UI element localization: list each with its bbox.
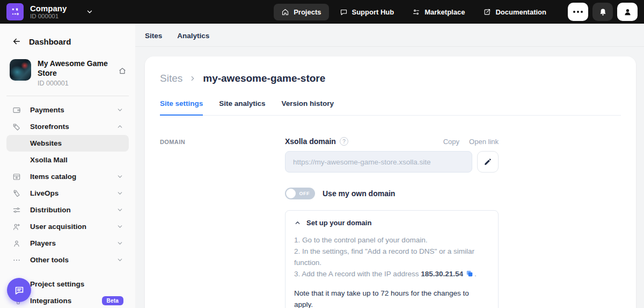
setup-domain-panel: Set up your domain 1. Go to the control … (285, 210, 499, 308)
project-name: My Awesome Game Store (38, 59, 112, 78)
breadcrumb: Sites my-awesome-game-store (160, 73, 621, 84)
chevron-down-icon (116, 173, 123, 180)
company-id: ID 000001 (30, 13, 67, 19)
copy-ip-icon[interactable] (466, 270, 473, 277)
nav-documentation[interactable]: Documentation (475, 4, 554, 20)
company-name: Company (30, 4, 67, 13)
sidebar-item-payments[interactable]: Payments (6, 102, 129, 118)
project-header[interactable]: My Awesome Game Store ID 000001 (0, 52, 135, 89)
tab-sites[interactable]: Sites (145, 32, 162, 40)
chat-icon (13, 284, 25, 296)
setup-step-2: 2. In the settings, find "Add a record t… (294, 246, 489, 269)
chevron-down-icon (116, 106, 123, 113)
nav-support-hub[interactable]: Support Hub (332, 4, 402, 20)
tab-site-analytics[interactable]: Site analytics (219, 99, 265, 116)
arrow-left-icon (12, 37, 21, 46)
back-to-dashboard[interactable]: Dashboard (0, 29, 135, 52)
chevron-up-icon (116, 123, 123, 130)
site-settings-card: Sites my-awesome-game-store Site setting… (145, 56, 636, 308)
support-chat-fab[interactable] (7, 278, 31, 302)
sidebar: Dashboard My Awesome Game Store ID 00000… (0, 24, 135, 308)
sidebar-item-xsolla-mall[interactable]: Xsolla Mall (6, 152, 129, 168)
breadcrumb-sites-link[interactable]: Sites (160, 73, 182, 84)
main-content: Sites Analytics Sites my-awesome-game-st… (135, 24, 644, 308)
sliders-icon (412, 8, 420, 16)
tab-site-settings[interactable]: Site settings (160, 99, 203, 116)
sidebar-item-storefronts[interactable]: Storefronts (6, 118, 129, 135)
chat-bubble-icon (340, 8, 348, 16)
notifications-button[interactable] (592, 3, 613, 21)
section-label-domain: DOMAIN (160, 137, 285, 308)
setup-note: Note that it may take up to 72 hours for… (294, 288, 489, 308)
user-plus-icon (12, 223, 21, 231)
card-tabs: Site settings Site analytics Version his… (160, 99, 621, 116)
wallet-icon (12, 106, 21, 114)
sidebar-item-other-tools[interactable]: Other tools (6, 252, 129, 268)
user-icon (12, 239, 21, 248)
tab-version-history[interactable]: Version history (282, 99, 334, 116)
toggle-state-label: OFF (299, 191, 310, 196)
topbar-nav: Projects Support Hub Marketplace Documen… (274, 4, 554, 20)
ip-address: 185.30.21.54 (421, 270, 463, 278)
nav-marketplace[interactable]: Marketplace (405, 4, 472, 20)
chevron-down-icon[interactable] (86, 8, 93, 16)
setup-step-3: 3. Add the A record with the IP address … (294, 269, 489, 280)
sidebar-item-distribution[interactable]: Distribution (6, 202, 129, 218)
sliders-icon (12, 206, 21, 214)
sidebar-item-websites[interactable]: Websites (6, 135, 129, 152)
setup-panel-title: Set up your domain (306, 219, 371, 227)
tag-icon (12, 189, 21, 198)
account-button[interactable] (617, 3, 638, 21)
open-link-button[interactable]: Open link (469, 138, 499, 146)
person-icon (623, 8, 632, 17)
sidebar-item-items-catalog[interactable]: Items catalog (6, 168, 129, 185)
pencil-icon (484, 157, 492, 166)
sidebar-nav: Payments Storefronts Websites Xsolla Mal… (0, 102, 135, 308)
sidebar-item-players[interactable]: Players (6, 235, 129, 252)
bell-icon (598, 8, 608, 17)
xsolla-domain-label: Xsolla domain (285, 137, 336, 146)
home-icon[interactable] (118, 67, 127, 75)
chevron-down-icon (116, 223, 123, 230)
topbar: Company ID 000001 Projects Support Hub M… (0, 0, 644, 24)
help-icon[interactable]: ? (340, 137, 348, 146)
tag-icon (12, 123, 21, 131)
back-label: Dashboard (29, 37, 71, 46)
project-id: ID 000001 (38, 80, 127, 87)
chevron-right-icon (189, 75, 196, 82)
sidebar-item-liveops[interactable]: LiveOps (6, 185, 129, 202)
topbar-actions (568, 3, 638, 21)
beta-badge: Beta (102, 296, 123, 305)
chevron-down-icon (116, 240, 123, 247)
own-domain-label: Use my own domain (323, 189, 395, 198)
home-icon (281, 8, 289, 16)
chevron-down-icon (116, 256, 123, 263)
sidebar-item-user-acquisition[interactable]: User acquisition (6, 218, 129, 235)
chevron-down-icon (116, 206, 123, 213)
setup-step-1: 1. Go to the control panel of your domai… (294, 235, 489, 246)
own-domain-toggle-row: OFF Use my own domain (285, 188, 499, 199)
company-switcher[interactable]: Company ID 000001 (6, 3, 93, 20)
sidebar-group-gap (6, 268, 129, 276)
chevron-up-icon (294, 219, 301, 226)
project-avatar (10, 59, 31, 81)
nav-projects[interactable]: Projects (274, 4, 328, 20)
ellipsis-icon (12, 256, 21, 264)
tab-analytics[interactable]: Analytics (177, 32, 209, 40)
external-link-icon (483, 8, 491, 16)
own-domain-toggle[interactable]: OFF (285, 188, 315, 199)
sidebar-divider (6, 96, 129, 96)
page-title: my-awesome-game-store (203, 73, 325, 84)
domain-section: DOMAIN Xsolla domain ? Copy Open link (160, 137, 621, 308)
more-options-button[interactable] (568, 3, 588, 21)
xsolla-logo-icon (6, 3, 24, 20)
main-tabs: Sites Analytics (135, 24, 644, 47)
xsolla-domain-input[interactable] (285, 151, 472, 173)
ellipsis-icon (573, 11, 583, 13)
toggle-knob (286, 189, 296, 198)
setup-steps: 1. Go to the control panel of your domai… (294, 235, 489, 280)
edit-domain-button[interactable] (477, 151, 499, 173)
copy-button[interactable]: Copy (443, 138, 459, 146)
setup-panel-header[interactable]: Set up your domain (294, 219, 489, 227)
box-icon (12, 173, 21, 181)
